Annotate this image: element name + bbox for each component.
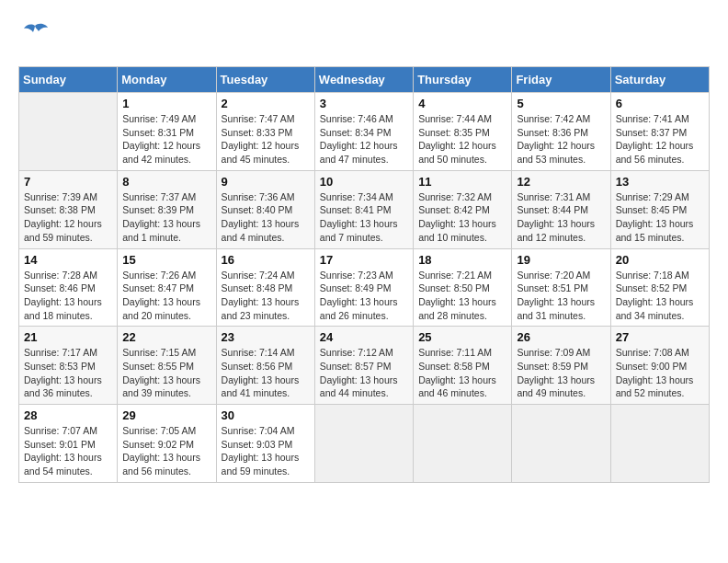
calendar-cell xyxy=(19,93,118,171)
day-info-continued: and 15 minutes. xyxy=(616,232,685,243)
calendar-cell: 12Sunrise: 7:31 AMSunset: 8:44 PMDayligh… xyxy=(512,170,610,248)
calendar-cell: 19Sunrise: 7:20 AMSunset: 8:51 PMDayligh… xyxy=(512,248,610,327)
sunset-time: Sunset: 8:34 PM xyxy=(320,127,392,138)
day-info-continued: and 46 minutes. xyxy=(418,387,487,398)
day-number: 21 xyxy=(24,330,112,344)
sunrise-time: Sunrise: 7:05 AM xyxy=(122,425,196,436)
daylight-hours: Daylight: 13 hours xyxy=(122,374,200,385)
sunset-time: Sunset: 8:39 PM xyxy=(122,204,194,215)
sunset-time: Sunset: 8:49 PM xyxy=(320,282,392,293)
day-number: 28 xyxy=(24,408,112,422)
calendar-cell: 14Sunrise: 7:28 AMSunset: 8:46 PMDayligh… xyxy=(19,248,118,327)
day-number: 20 xyxy=(616,253,704,267)
day-info: Sunrise: 7:46 AMSunset: 8:34 PMDaylight:… xyxy=(320,112,408,167)
day-info: Sunrise: 7:49 AMSunset: 8:31 PMDaylight:… xyxy=(122,112,210,167)
daylight-hours: Daylight: 13 hours xyxy=(320,296,398,307)
sunrise-time: Sunrise: 7:36 AM xyxy=(222,191,295,202)
day-info-continued: and 44 minutes. xyxy=(320,387,389,398)
day-info-continued: and 1 minute. xyxy=(122,232,181,243)
daylight-hours: Daylight: 13 hours xyxy=(122,218,200,229)
daylight-hours: Daylight: 13 hours xyxy=(517,218,595,229)
week-row-4: 21Sunrise: 7:17 AMSunset: 8:53 PMDayligh… xyxy=(19,327,710,405)
day-number: 22 xyxy=(122,330,210,344)
day-info-continued: and 41 minutes. xyxy=(222,387,290,398)
day-number: 5 xyxy=(517,97,605,110)
week-row-2: 7Sunrise: 7:39 AMSunset: 8:38 PMDaylight… xyxy=(19,170,710,248)
daylight-hours: Daylight: 12 hours xyxy=(222,140,300,151)
calendar-cell: 9Sunrise: 7:36 AMSunset: 8:40 PMDaylight… xyxy=(216,170,314,248)
sunset-time: Sunset: 9:03 PM xyxy=(222,439,293,450)
logo-icon xyxy=(18,18,51,52)
sunset-time: Sunset: 8:47 PM xyxy=(122,282,194,293)
sunset-time: Sunset: 8:58 PM xyxy=(418,361,490,372)
sunset-time: Sunset: 8:42 PM xyxy=(418,204,490,215)
sunrise-time: Sunrise: 7:17 AM xyxy=(24,347,97,358)
daylight-hours: Daylight: 13 hours xyxy=(122,296,200,307)
sunset-time: Sunset: 8:57 PM xyxy=(320,361,392,372)
sunrise-time: Sunrise: 7:26 AM xyxy=(122,270,196,281)
sunset-time: Sunset: 9:00 PM xyxy=(616,361,688,372)
day-number: 26 xyxy=(517,330,605,344)
calendar-cell: 28Sunrise: 7:07 AMSunset: 9:01 PMDayligh… xyxy=(19,405,118,483)
day-info: Sunrise: 7:47 AMSunset: 8:33 PMDaylight:… xyxy=(222,112,310,167)
day-info: Sunrise: 7:09 AMSunset: 8:59 PMDaylight:… xyxy=(517,346,605,400)
day-number: 10 xyxy=(320,175,408,189)
day-info-continued: and 56 minutes. xyxy=(122,465,191,477)
day-info: Sunrise: 7:41 AMSunset: 8:37 PMDaylight:… xyxy=(616,112,704,167)
calendar-cell: 25Sunrise: 7:11 AMSunset: 8:58 PMDayligh… xyxy=(414,327,512,405)
sunset-time: Sunset: 8:38 PM xyxy=(24,204,96,215)
day-info-continued: and 59 minutes. xyxy=(24,232,93,243)
svg-rect-0 xyxy=(18,18,51,52)
day-info: Sunrise: 7:08 AMSunset: 9:00 PMDaylight:… xyxy=(616,346,704,400)
sunrise-time: Sunrise: 7:47 AM xyxy=(222,113,295,124)
day-info-continued: and 45 minutes. xyxy=(222,154,290,165)
day-number: 16 xyxy=(222,253,310,267)
daylight-hours: Daylight: 13 hours xyxy=(418,218,496,229)
sunrise-time: Sunrise: 7:12 AM xyxy=(320,347,393,358)
day-info: Sunrise: 7:44 AMSunset: 8:35 PMDaylight:… xyxy=(418,112,506,167)
sunrise-time: Sunrise: 7:09 AM xyxy=(517,347,590,358)
daylight-hours: Daylight: 13 hours xyxy=(517,296,595,307)
daylight-hours: Daylight: 13 hours xyxy=(616,218,694,229)
sunrise-time: Sunrise: 7:14 AM xyxy=(222,347,295,358)
daylight-hours: Daylight: 13 hours xyxy=(517,374,595,385)
week-row-1: 1Sunrise: 7:49 AMSunset: 8:31 PMDaylight… xyxy=(19,93,710,171)
day-info: Sunrise: 7:39 AMSunset: 8:38 PMDaylight:… xyxy=(24,190,112,245)
daylight-hours: Daylight: 13 hours xyxy=(616,374,694,385)
day-number: 15 xyxy=(122,253,210,267)
calendar-cell: 11Sunrise: 7:32 AMSunset: 8:42 PMDayligh… xyxy=(414,170,512,248)
sunset-time: Sunset: 8:40 PM xyxy=(222,204,293,215)
calendar-cell: 1Sunrise: 7:49 AMSunset: 8:31 PMDaylight… xyxy=(118,93,216,171)
day-number: 30 xyxy=(222,408,310,422)
day-info-continued: and 20 minutes. xyxy=(122,310,191,321)
day-info: Sunrise: 7:42 AMSunset: 8:36 PMDaylight:… xyxy=(517,112,605,167)
day-info-continued: and 53 minutes. xyxy=(517,154,586,165)
sunset-time: Sunset: 9:02 PM xyxy=(122,439,194,450)
header-saturday: Saturday xyxy=(610,67,709,93)
calendar-table: SundayMondayTuesdayWednesdayThursdayFrid… xyxy=(18,66,710,483)
sunrise-time: Sunrise: 7:49 AM xyxy=(122,113,196,124)
sunrise-time: Sunrise: 7:20 AM xyxy=(517,270,590,281)
daylight-hours: Daylight: 13 hours xyxy=(222,452,300,463)
sunrise-time: Sunrise: 7:23 AM xyxy=(320,270,393,281)
day-info: Sunrise: 7:36 AMSunset: 8:40 PMDaylight:… xyxy=(222,190,310,245)
calendar-cell: 24Sunrise: 7:12 AMSunset: 8:57 PMDayligh… xyxy=(314,327,413,405)
day-info: Sunrise: 7:28 AMSunset: 8:46 PMDaylight:… xyxy=(24,269,112,323)
day-info: Sunrise: 7:32 AMSunset: 8:42 PMDaylight:… xyxy=(418,190,506,245)
calendar-cell: 27Sunrise: 7:08 AMSunset: 9:00 PMDayligh… xyxy=(610,327,709,405)
sunrise-time: Sunrise: 7:44 AM xyxy=(418,113,492,124)
day-number: 17 xyxy=(320,253,408,267)
daylight-hours: Daylight: 13 hours xyxy=(24,296,102,307)
sunset-time: Sunset: 8:35 PM xyxy=(418,127,490,138)
calendar-header-row: SundayMondayTuesdayWednesdayThursdayFrid… xyxy=(19,67,710,93)
day-number: 9 xyxy=(222,175,310,189)
daylight-hours: Daylight: 12 hours xyxy=(122,140,200,151)
calendar-cell: 21Sunrise: 7:17 AMSunset: 8:53 PMDayligh… xyxy=(19,327,118,405)
daylight-hours: Daylight: 13 hours xyxy=(320,218,398,229)
day-number: 14 xyxy=(24,253,112,267)
header-sunday: Sunday xyxy=(19,67,118,93)
day-info: Sunrise: 7:31 AMSunset: 8:44 PMDaylight:… xyxy=(517,190,605,245)
day-info-continued: and 47 minutes. xyxy=(320,154,389,165)
day-info: Sunrise: 7:37 AMSunset: 8:39 PMDaylight:… xyxy=(122,190,210,245)
day-info: Sunrise: 7:24 AMSunset: 8:48 PMDaylight:… xyxy=(222,269,310,323)
